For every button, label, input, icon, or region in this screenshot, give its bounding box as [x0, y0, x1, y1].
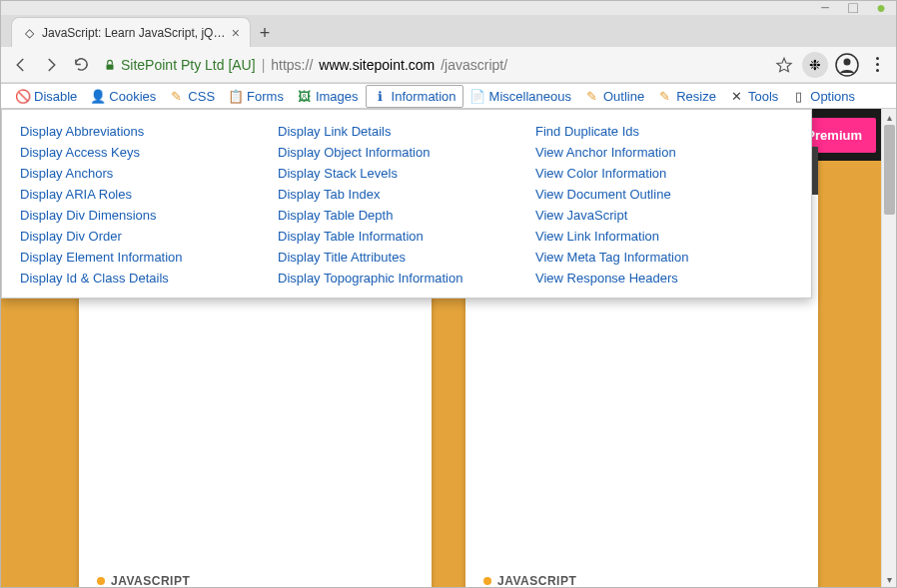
- tag-dot-icon: [483, 577, 491, 585]
- svg-rect-0: [107, 64, 114, 69]
- toolbar-label: Resize: [676, 89, 716, 104]
- dropdown-link[interactable]: Display Table Information: [278, 229, 535, 244]
- dropdown-link[interactable]: Display Anchors: [20, 166, 278, 181]
- toolbar-label: Options: [810, 89, 855, 104]
- dropdown-link[interactable]: Display Stack Levels: [278, 166, 535, 181]
- titlebar: − □ ●: [1, 1, 896, 15]
- dropdown-link[interactable]: Display Tab Index: [278, 187, 535, 202]
- cookies-icon: 👤: [90, 89, 105, 104]
- tools-icon: ✕: [729, 89, 744, 104]
- dropdown-column: Display AbbreviationsDisplay Access Keys…: [20, 124, 278, 284]
- url-input[interactable]: SitePoint Pty Ltd [AU] | https://www.sit…: [99, 57, 766, 73]
- resize-icon: ✎: [657, 89, 672, 104]
- toolbar-label: Forms: [247, 89, 284, 104]
- webdev-toolbar: 🚫Disable👤Cookies✎CSS📋Forms🖼ImagesℹInform…: [1, 83, 896, 109]
- favicon-icon: ◇: [22, 26, 36, 40]
- scroll-up-icon[interactable]: ▴: [882, 109, 896, 125]
- svg-point-2: [844, 58, 851, 65]
- information-icon: ℹ: [373, 89, 388, 104]
- information-dropdown: Display AbbreviationsDisplay Access Keys…: [1, 109, 812, 298]
- dropdown-link[interactable]: Display Element Information: [20, 250, 278, 265]
- toolbar-label: Outline: [603, 89, 644, 104]
- reload-button[interactable]: [69, 53, 93, 77]
- extension-icon[interactable]: ❉: [802, 52, 828, 78]
- profile-button[interactable]: [834, 52, 860, 78]
- url-path: /javascript/: [441, 57, 507, 73]
- url-proto: https://: [271, 57, 313, 73]
- dropdown-link[interactable]: Find Duplicate Ids: [535, 124, 793, 139]
- content-area: Premium Introduction to Vue.js and the Q…: [1, 109, 896, 587]
- card-tag: JAVASCRIPT: [97, 574, 414, 587]
- scroll-down-icon[interactable]: ▾: [882, 571, 896, 587]
- dropdown-column: Find Duplicate IdsView Anchor Informatio…: [535, 124, 793, 284]
- back-button[interactable]: [9, 53, 33, 77]
- dropdown-link[interactable]: Display Div Order: [20, 229, 278, 244]
- dropdown-link[interactable]: Display Id & Class Details: [20, 271, 278, 286]
- window-close-icon[interactable]: ●: [876, 3, 886, 13]
- dropdown-link[interactable]: Display ARIA Roles: [20, 187, 278, 202]
- new-tab-button[interactable]: +: [251, 19, 279, 47]
- dropdown-column: Display Link DetailsDisplay Object Infor…: [278, 124, 535, 284]
- dropdown-link[interactable]: Display Table Depth: [278, 208, 535, 223]
- dropdown-link[interactable]: View JavaScript: [535, 208, 793, 223]
- card-tag: JAVASCRIPT: [483, 574, 800, 587]
- toolbar-label: CSS: [188, 89, 215, 104]
- window-minimize-icon[interactable]: −: [820, 3, 830, 13]
- dropdown-link[interactable]: View Response Headers: [535, 271, 793, 286]
- url-org: SitePoint Pty Ltd [AU]: [121, 57, 256, 73]
- dropdown-link[interactable]: Display Title Attributes: [278, 250, 535, 265]
- toolbar-label: Disable: [34, 89, 77, 104]
- browser-window: − □ ● ◇ JavaScript: Learn JavaScript, jQ…: [0, 0, 897, 588]
- forms-icon: 📋: [228, 89, 243, 104]
- dropdown-link[interactable]: Display Topographic Information: [278, 271, 535, 286]
- css-icon: ✎: [169, 89, 184, 104]
- images-icon: 🖼: [297, 89, 312, 104]
- toolbar-item-cookies[interactable]: 👤Cookies: [84, 86, 162, 107]
- forward-button[interactable]: [39, 53, 63, 77]
- dropdown-link[interactable]: Display Object Information: [278, 145, 535, 160]
- tabstrip: ◇ JavaScript: Learn JavaScript, jQuery, …: [1, 15, 896, 47]
- toolbar-item-css[interactable]: ✎CSS: [163, 86, 221, 107]
- toolbar-label: Images: [316, 89, 359, 104]
- dropdown-link[interactable]: View Meta Tag Information: [535, 250, 793, 265]
- miscellaneous-icon: 📄: [470, 89, 485, 104]
- disable-icon: 🚫: [15, 89, 30, 104]
- outline-icon: ✎: [584, 89, 599, 104]
- scrollbar[interactable]: ▴ ▾: [881, 109, 896, 587]
- window-maximize-icon[interactable]: □: [848, 3, 858, 13]
- tab-title: JavaScript: Learn JavaScript, jQuery, An…: [42, 26, 226, 40]
- toolbar-item-images[interactable]: 🖼Images: [291, 86, 365, 107]
- url-host: www.sitepoint.com: [319, 57, 435, 73]
- toolbar-item-information[interactable]: ℹInformation: [366, 85, 463, 108]
- options-icon: ▯: [791, 89, 806, 104]
- toolbar-label: Tools: [748, 89, 778, 104]
- dropdown-link[interactable]: Display Link Details: [278, 124, 535, 139]
- dropdown-link[interactable]: View Anchor Information: [535, 145, 793, 160]
- toolbar-item-options[interactable]: ▯Options: [785, 86, 861, 107]
- lock-icon: [103, 58, 117, 72]
- toolbar-item-disable[interactable]: 🚫Disable: [9, 86, 83, 107]
- browser-tab[interactable]: ◇ JavaScript: Learn JavaScript, jQuery, …: [11, 17, 251, 47]
- dropdown-link[interactable]: Display Access Keys: [20, 145, 278, 160]
- toolbar-item-tools[interactable]: ✕Tools: [723, 86, 784, 107]
- dropdown-link[interactable]: Display Div Dimensions: [20, 208, 278, 223]
- dropdown-link[interactable]: View Document Outline: [535, 187, 793, 202]
- dropdown-link[interactable]: Display Abbreviations: [20, 124, 278, 139]
- toolbar-item-forms[interactable]: 📋Forms: [222, 86, 290, 107]
- tag-dot-icon: [97, 577, 105, 585]
- tab-close-icon[interactable]: ×: [232, 25, 240, 41]
- toolbar-label: Miscellaneous: [489, 89, 571, 104]
- toolbar-label: Information: [392, 89, 456, 104]
- scroll-thumb[interactable]: [884, 125, 895, 215]
- address-bar: SitePoint Pty Ltd [AU] | https://www.sit…: [1, 47, 896, 83]
- dropdown-link[interactable]: View Link Information: [535, 229, 793, 244]
- chrome-menu-button[interactable]: [866, 57, 888, 72]
- toolbar-item-miscellaneous[interactable]: 📄Miscellaneous: [464, 86, 577, 107]
- bookmark-button[interactable]: [772, 53, 796, 77]
- toolbar-label: Cookies: [109, 89, 156, 104]
- toolbar-item-resize[interactable]: ✎Resize: [651, 86, 722, 107]
- security-chip: SitePoint Pty Ltd [AU]: [103, 57, 256, 73]
- toolbar-item-outline[interactable]: ✎Outline: [578, 86, 650, 107]
- dropdown-link[interactable]: View Color Information: [535, 166, 793, 181]
